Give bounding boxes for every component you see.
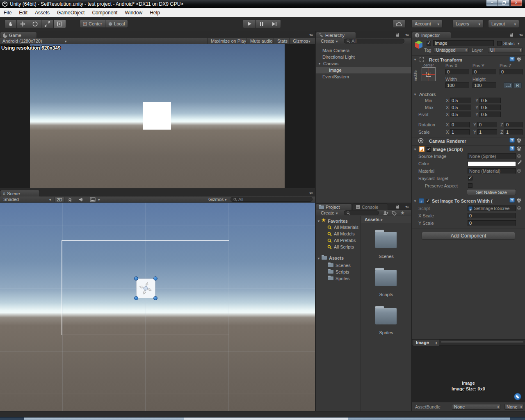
pivot-center-button[interactable]: Center	[80, 20, 105, 28]
preserve-aspect-checkbox[interactable]	[468, 183, 472, 188]
scene-view[interactable]	[0, 203, 315, 411]
foldout-icon[interactable]	[318, 62, 321, 66]
tab-hierarchy[interactable]: Hierarchy	[316, 32, 356, 39]
favorite-all-scripts[interactable]: All Scripts	[334, 244, 354, 250]
folder-scripts-icon[interactable]	[375, 270, 397, 286]
stats-toggle[interactable]: Stats	[274, 38, 291, 44]
raycast-target-checkbox[interactable]	[468, 176, 472, 180]
search-by-label-icon[interactable]	[392, 211, 397, 216]
search-by-type-icon[interactable]	[383, 211, 388, 215]
foldout-icon[interactable]	[413, 58, 417, 62]
hierarchy-item-directional-light[interactable]: Directional Light	[322, 54, 355, 60]
foldout-icon[interactable]	[413, 93, 417, 96]
favorite-all-models[interactable]: All Models	[334, 231, 355, 237]
scale-y-field[interactable]: 1	[477, 129, 497, 135]
pause-button[interactable]	[256, 19, 268, 28]
assetbundle-tag-icon[interactable]	[514, 393, 521, 400]
object-picker-icon[interactable]	[517, 169, 521, 173]
tab-console[interactable]: Console	[353, 203, 388, 210]
panel-menu-icon[interactable]	[309, 33, 313, 37]
scale-tool-button[interactable]	[41, 19, 54, 28]
menu-window[interactable]: Window	[121, 8, 146, 17]
taskbar-segment[interactable]	[24, 418, 184, 420]
hand-tool-button[interactable]	[5, 19, 17, 28]
gear-icon[interactable]	[516, 138, 522, 143]
rect-handle-top-left[interactable]	[134, 276, 138, 281]
layout-dropdown[interactable]: Layout	[488, 20, 519, 28]
blueprint-mode-button[interactable]	[504, 82, 513, 88]
favorite-all-prefabs[interactable]: All Prefabs	[334, 237, 356, 244]
lock-icon[interactable]	[396, 32, 399, 37]
tree-assets-root[interactable]: Assets	[329, 255, 344, 261]
image-component-title[interactable]: Image (Script)	[433, 146, 463, 152]
pos-y-field[interactable]: 0	[472, 69, 496, 75]
rect-tool-button[interactable]	[54, 19, 66, 28]
shading-mode-dropdown[interactable]: Shaded	[3, 197, 19, 202]
anchor-max-y-field[interactable]: 0.5	[479, 105, 501, 110]
rotate-tool-button[interactable]	[29, 19, 41, 28]
help-icon[interactable]	[509, 57, 515, 62]
foldout-icon[interactable]	[317, 219, 320, 223]
rect-transform-title[interactable]: Rect Transform	[429, 57, 462, 63]
gear-icon[interactable]	[516, 57, 522, 62]
folder-scenes-icon[interactable]	[375, 232, 397, 248]
panel-menu-icon[interactable]	[405, 33, 409, 37]
static-checkbox[interactable]	[497, 41, 502, 46]
play-button[interactable]	[243, 19, 256, 28]
rotation-x-field[interactable]: 0	[450, 122, 470, 128]
mute-audio-toggle[interactable]: Mute audio	[247, 38, 276, 44]
panel-menu-icon[interactable]	[519, 33, 523, 37]
preview-header-tab[interactable]: Image	[413, 340, 439, 346]
chevron-down-icon[interactable]	[518, 41, 520, 46]
rect-handle-top-right[interactable]	[153, 276, 158, 281]
height-field[interactable]: 100	[472, 82, 496, 88]
anchor-preset-widget[interactable]	[422, 67, 436, 81]
title-bar[interactable]: Unity (64bit) - SetResolution.unity - te…	[0, 0, 525, 8]
audio-toggle-button[interactable]	[79, 197, 84, 203]
preview-header[interactable]: Image	[412, 339, 525, 346]
set-image-component-title[interactable]: Set Image To Screen Width (	[432, 198, 509, 204]
help-icon[interactable]	[509, 138, 515, 143]
assetbundle-dropdown[interactable]: None	[452, 404, 500, 410]
help-icon[interactable]	[509, 146, 515, 151]
gear-icon[interactable]	[516, 146, 522, 151]
pivot-y-field[interactable]: 0.5	[479, 112, 501, 117]
scene-search-input[interactable]: All	[231, 197, 313, 202]
panel-menu-icon[interactable]	[405, 205, 409, 209]
anchor-max-x-field[interactable]: 0.5	[450, 105, 471, 110]
layers-dropdown[interactable]: Layers	[452, 20, 484, 28]
drag-grip[interactable]	[441, 341, 523, 344]
object-picker-icon[interactable]	[517, 206, 521, 210]
menu-component[interactable]: Component	[88, 8, 121, 17]
anchor-min-x-field[interactable]: 0.5	[450, 98, 471, 103]
effects-toggle-button[interactable]	[90, 197, 96, 203]
menu-assets[interactable]: Assets	[31, 8, 53, 17]
step-button[interactable]	[268, 19, 281, 28]
rotation-y-field[interactable]: 0	[477, 122, 497, 128]
pivot-x-field[interactable]: 0.5	[450, 112, 471, 117]
project-breadcrumb[interactable]: Assets ▸	[361, 216, 411, 223]
assetbundle-variant-dropdown[interactable]: None	[504, 404, 523, 410]
hierarchy-create-dropdown[interactable]: Create	[321, 39, 334, 43]
tree-folder-scenes[interactable]: Scenes	[336, 262, 351, 269]
windows-taskbar[interactable]	[0, 417, 525, 420]
foldout-icon[interactable]	[413, 148, 417, 151]
pos-z-field[interactable]: 0	[500, 69, 523, 75]
image-enabled-checkbox[interactable]	[427, 147, 431, 152]
hierarchy-item-main-camera[interactable]: Main Camera	[322, 47, 349, 54]
y-scale-field[interactable]: 0	[468, 220, 516, 226]
folder-scripts-label[interactable]: Scripts	[361, 292, 411, 297]
tree-folder-sprites[interactable]: Sprites	[336, 275, 349, 282]
saved-search-star-icon[interactable]	[400, 210, 405, 216]
width-field[interactable]: 100	[445, 82, 469, 88]
eyedropper-icon[interactable]	[517, 160, 522, 165]
add-component-button[interactable]: Add Component	[422, 232, 515, 240]
canvas-renderer-title[interactable]: Canvas Renderer	[429, 138, 466, 144]
favorites-label[interactable]: Favorites	[328, 218, 348, 224]
pivot-local-button[interactable]: Local	[105, 20, 128, 28]
move-gizmo-icon[interactable]	[137, 279, 155, 297]
taskbar-segment[interactable]	[348, 418, 510, 420]
tab-inspector[interactable]: Inspector	[412, 32, 451, 39]
set-native-size-button[interactable]: Set Native Size	[467, 189, 516, 195]
folder-sprites-label[interactable]: Sprites	[361, 330, 411, 335]
